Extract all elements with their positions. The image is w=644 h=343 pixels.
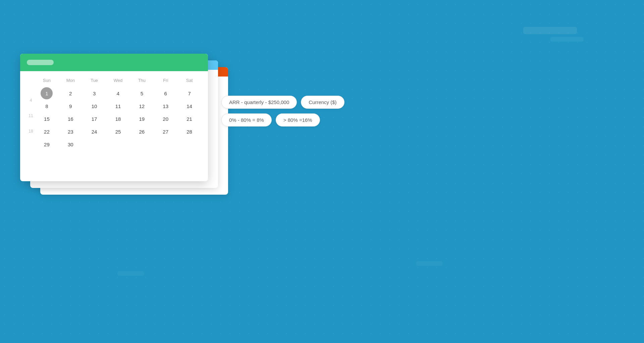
cal-day-26[interactable]: 26 bbox=[130, 125, 154, 138]
cal-day-16[interactable]: 16 bbox=[59, 112, 83, 125]
weekday-fri: Fri bbox=[154, 77, 177, 84]
cal-day-20[interactable]: 20 bbox=[154, 112, 177, 125]
cal-day-27[interactable]: 27 bbox=[154, 125, 177, 138]
cal-day-4[interactable]: 4 bbox=[106, 87, 130, 100]
weekday-sun: Sun bbox=[35, 77, 59, 84]
tag-percent-low[interactable]: 0% - 80% = 8% bbox=[221, 113, 272, 127]
row-label-18: 11 bbox=[27, 109, 35, 122]
cal-day-10[interactable]: 10 bbox=[83, 100, 106, 112]
cal-day-19[interactable]: 19 bbox=[130, 112, 154, 125]
tags-area: ARR - quarterly - $250,000 Currency ($) … bbox=[221, 96, 344, 127]
weekday-wed: Wed bbox=[106, 77, 130, 84]
cal-day-24[interactable]: 24 bbox=[83, 125, 106, 138]
cal-day-30[interactable]: 30 bbox=[59, 138, 83, 151]
cal-day-22[interactable]: 22 bbox=[35, 125, 59, 138]
tag-currency[interactable]: Currency ($) bbox=[301, 96, 344, 109]
cal-empty-4 bbox=[154, 138, 177, 151]
cal-day-23[interactable]: 23 bbox=[59, 125, 83, 138]
header-pill bbox=[27, 60, 54, 65]
calendar-card[interactable]: 4 11 18 Sun Mon Tue Wed Thu Fri Sat bbox=[20, 54, 208, 181]
row-label-11: 4 bbox=[27, 94, 35, 107]
cal-day-25[interactable]: 25 bbox=[106, 125, 130, 138]
tag-percent-high[interactable]: > 80% =16% bbox=[276, 113, 320, 127]
cal-day-28[interactable]: 28 bbox=[177, 125, 201, 138]
weekday-thu: Thu bbox=[130, 77, 154, 84]
cal-day-11[interactable]: 11 bbox=[106, 100, 130, 112]
weekday-tue: Tue bbox=[83, 77, 106, 84]
cal-day-7[interactable]: 7 bbox=[177, 87, 201, 100]
cal-day-1[interactable]: 1 bbox=[41, 87, 53, 99]
cal-empty-2 bbox=[106, 138, 130, 151]
cal-day-18[interactable]: 18 bbox=[106, 112, 130, 125]
cal-day-6[interactable]: 6 bbox=[154, 87, 177, 100]
calendar-body: 4 11 18 Sun Mon Tue Wed Thu Fri Sat bbox=[20, 71, 208, 156]
weekday-mon: Mon bbox=[59, 77, 83, 84]
calendar-header bbox=[20, 54, 208, 71]
cal-day-8[interactable]: 8 bbox=[35, 100, 59, 112]
cal-day-2[interactable]: 2 bbox=[59, 87, 83, 100]
tags-row-2: 0% - 80% = 8% > 80% =16% bbox=[221, 113, 344, 127]
cal-empty-1 bbox=[83, 138, 106, 151]
cal-day-5[interactable]: 5 bbox=[130, 87, 154, 100]
cal-day-14[interactable]: 14 bbox=[177, 100, 201, 112]
cal-day-3[interactable]: 3 bbox=[83, 87, 106, 100]
calendar-weekdays: Sun Mon Tue Wed Thu Fri Sat bbox=[35, 77, 201, 84]
calendar-grid: 1 2 3 4 5 6 7 8 9 10 11 12 13 1 bbox=[35, 87, 201, 151]
tag-arr-quarterly[interactable]: ARR - quarterly - $250,000 bbox=[221, 96, 297, 109]
tags-row-1: ARR - quarterly - $250,000 Currency ($) bbox=[221, 96, 344, 109]
cal-day-12[interactable]: 12 bbox=[130, 100, 154, 112]
cal-day-15[interactable]: 15 bbox=[35, 112, 59, 125]
cal-empty-3 bbox=[130, 138, 154, 151]
row-label-25: 18 bbox=[27, 125, 35, 138]
cal-day-9[interactable]: 9 bbox=[59, 100, 83, 112]
cal-day-21[interactable]: 21 bbox=[177, 112, 201, 125]
cal-empty-5 bbox=[177, 138, 201, 151]
row-label-empty bbox=[27, 79, 35, 91]
weekday-sat: Sat bbox=[177, 77, 201, 84]
cal-day-17[interactable]: 17 bbox=[83, 112, 106, 125]
cal-day-13[interactable]: 13 bbox=[154, 100, 177, 112]
cal-day-29[interactable]: 29 bbox=[35, 138, 59, 151]
